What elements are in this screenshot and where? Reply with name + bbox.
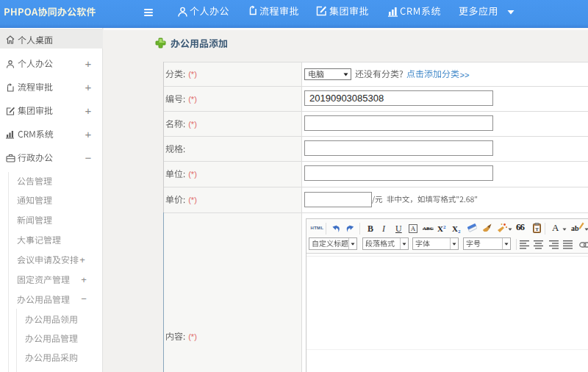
svg-text:T: T [535,226,539,232]
